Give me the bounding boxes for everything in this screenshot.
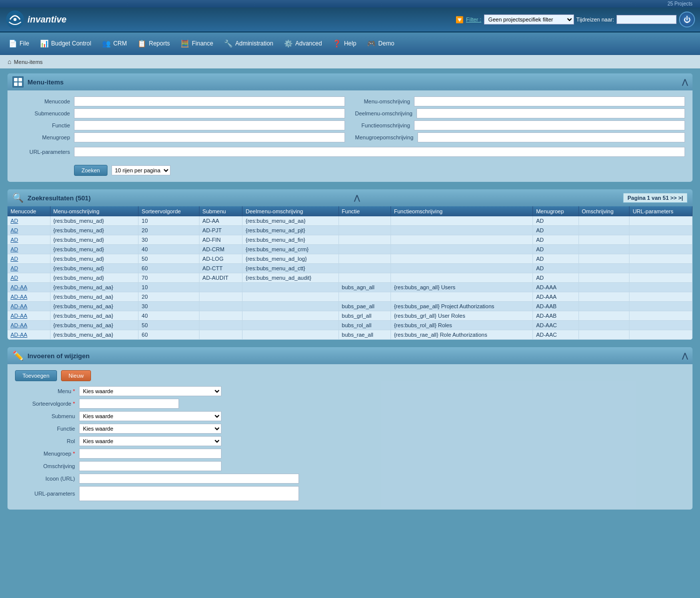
table-row[interactable]: AD{res:bubs_menu_ad}20AD-PJT{res:bubs_me… (8, 226, 692, 235)
menucode-link[interactable]: AD (10, 218, 18, 224)
nav-item-administration[interactable]: 🔧 Administration (218, 36, 278, 51)
rows-per-page-select[interactable]: 10 rijen per pagina (112, 165, 170, 175)
table-cell[interactable]: AD-AA (8, 330, 50, 340)
table-cell[interactable]: AD-AA (8, 292, 50, 302)
search-button[interactable]: Zoeken (74, 165, 108, 176)
menucode-link[interactable]: AD (10, 246, 18, 252)
menu-omschrijving-input[interactable] (414, 96, 685, 106)
table-row[interactable]: AD-AA{res:bubs_menu_ad_aa}60bubs_rae_all… (8, 330, 692, 340)
menucode-link[interactable]: AD-AA (10, 332, 28, 338)
table-cell: {res:bubs_menu_ad_crm} (242, 245, 338, 254)
menucode-link[interactable]: AD (10, 227, 18, 233)
table-cell[interactable]: AD-AA (8, 283, 50, 292)
menucode-link[interactable]: AD-AA (10, 303, 28, 309)
logo-area: invantive (5, 9, 66, 29)
col-url-parameters[interactable]: URL-parameters (630, 206, 692, 216)
table-row[interactable]: AD-AA{res:bubs_menu_ad_aa}40bubs_grl_all… (8, 311, 692, 321)
table-row[interactable]: AD{res:bubs_menu_ad}10AD-AA{res:bubs_men… (8, 216, 692, 226)
col-functie[interactable]: Functie (338, 206, 390, 216)
url-parameters-input[interactable] (74, 147, 685, 157)
col-menu-omschrijving[interactable]: Menu-omschrijving (50, 206, 138, 216)
submenucode-input[interactable] (74, 108, 345, 118)
functie-input[interactable] (74, 120, 345, 130)
menucode-link[interactable]: AD (10, 237, 18, 243)
col-omschrijving[interactable]: Omschrijving (578, 206, 630, 216)
tijdreizen-input[interactable] (616, 15, 676, 24)
col-menugroep[interactable]: Menugroep (533, 206, 578, 216)
nieuw-button[interactable]: Nieuw (61, 370, 92, 381)
table-row[interactable]: AD{res:bubs_menu_ad}40AD-CRM{res:bubs_me… (8, 245, 692, 254)
page-navigation[interactable]: Pagina 1 van 51 >> >| (623, 193, 688, 203)
menucode-link[interactable]: AD (10, 275, 18, 281)
table-row[interactable]: AD{res:bubs_menu_ad}70AD-AUDIT{res:bubs_… (8, 273, 692, 283)
icoon-input[interactable] (79, 474, 299, 484)
nav-label-reports: Reports (149, 40, 170, 47)
functie-omschrijving-input[interactable] (414, 120, 685, 130)
table-cell[interactable]: AD (8, 264, 50, 273)
table-cell: 40 (138, 245, 199, 254)
nav-item-crm[interactable]: 👥 CRM (96, 36, 132, 51)
menucode-link[interactable]: AD (10, 256, 18, 262)
menucode-link[interactable]: AD-AA (10, 294, 28, 300)
sorteervolgorde-input[interactable] (79, 399, 179, 409)
col-deelmenu-omschrijving[interactable]: Deelmenu-omschrijving (242, 206, 338, 216)
url-params-textarea[interactable] (79, 486, 299, 501)
home-icon[interactable]: ⌂ (8, 58, 12, 65)
table-cell[interactable]: AD (8, 226, 50, 235)
table-cell[interactable]: AD (8, 235, 50, 245)
table-cell: 50 (138, 321, 199, 330)
nav-item-advanced[interactable]: ⚙️ Advanced (278, 36, 327, 51)
menucode-link[interactable]: AD-AA (10, 322, 28, 328)
nav-item-budget[interactable]: 📊 Budget Control (34, 36, 96, 51)
nav-item-file[interactable]: 📄 File (2, 36, 34, 51)
col-functieomschrijving[interactable]: Functieomschrijving (390, 206, 532, 216)
nav-item-help[interactable]: ❓ Help (327, 36, 362, 51)
invoeren-collapse-button[interactable]: ⋀ (682, 352, 688, 360)
panel-collapse-button[interactable]: ⋀ (682, 78, 688, 86)
filter-label[interactable]: Filter : (466, 16, 482, 22)
table-row[interactable]: AD-AA{res:bubs_menu_ad_aa}20AD-AAA (8, 292, 692, 302)
icoon-field-row: Icoon (URL) (15, 474, 685, 484)
nav-label-file: File (20, 40, 29, 47)
menugroep-omschrijving-input[interactable] (418, 132, 685, 142)
menucode-link[interactable]: AD-AA (10, 313, 28, 319)
results-collapse-button[interactable]: ⋀ (354, 194, 360, 202)
rol-select[interactable]: Kies waarde (79, 436, 222, 446)
nav-item-finance[interactable]: 🧮 Finance (175, 36, 218, 51)
submenu-select[interactable]: Kies waarde (79, 411, 222, 421)
table-cell[interactable]: AD-AA (8, 321, 50, 330)
filter-select[interactable]: Geen projectspecifiek filter (484, 14, 574, 24)
tijdreizen-label: Tijdreizen naar: (576, 16, 614, 22)
functie-select[interactable]: Kies waarde (79, 424, 222, 434)
col-submenu[interactable]: Submenu (199, 206, 242, 216)
omschrijving-input[interactable] (79, 461, 222, 471)
menu-select[interactable]: Kies waarde (79, 386, 222, 396)
table-cell: {res:bubs_grl_all} User Roles (390, 311, 532, 321)
col-sorteervolgorde[interactable]: Sorteervolgorde (138, 206, 199, 216)
nav-item-demo[interactable]: 🎮 Demo (362, 36, 400, 51)
deelmenu-omschrijving-input[interactable] (416, 108, 685, 118)
table-cell[interactable]: AD-AA (8, 311, 50, 321)
table-row[interactable]: AD{res:bubs_menu_ad}50AD-LOG{res:bubs_me… (8, 254, 692, 264)
table-cell: AD-LOG (199, 254, 242, 264)
menugroep-inv-input[interactable] (79, 449, 222, 459)
table-cell[interactable]: AD-AA (8, 302, 50, 311)
table-row[interactable]: AD-AA{res:bubs_menu_ad_aa}10bubs_agn_all… (8, 283, 692, 292)
table-row[interactable]: AD-AA{res:bubs_menu_ad_aa}30bubs_pae_all… (8, 302, 692, 311)
table-cell: 30 (138, 302, 199, 311)
col-menucode[interactable]: Menucode (8, 206, 50, 216)
nav-item-reports[interactable]: 📋 Reports (132, 36, 175, 51)
toevoegen-button[interactable]: Toevoegen (15, 370, 57, 381)
menucode-link[interactable]: AD-AA (10, 284, 28, 290)
table-row[interactable]: AD{res:bubs_menu_ad}30AD-FIN{res:bubs_me… (8, 235, 692, 245)
table-cell[interactable]: AD (8, 216, 50, 226)
table-cell[interactable]: AD (8, 254, 50, 264)
menucode-link[interactable]: AD (10, 265, 18, 271)
menugroep-input[interactable] (74, 132, 345, 142)
menucode-input[interactable] (74, 96, 345, 106)
table-row[interactable]: AD-AA{res:bubs_menu_ad_aa}50bubs_rol_all… (8, 321, 692, 330)
table-row[interactable]: AD{res:bubs_menu_ad}60AD-CTT{res:bubs_me… (8, 264, 692, 273)
power-button[interactable]: ⏻ (679, 11, 695, 27)
table-cell[interactable]: AD (8, 273, 50, 283)
table-cell[interactable]: AD (8, 245, 50, 254)
